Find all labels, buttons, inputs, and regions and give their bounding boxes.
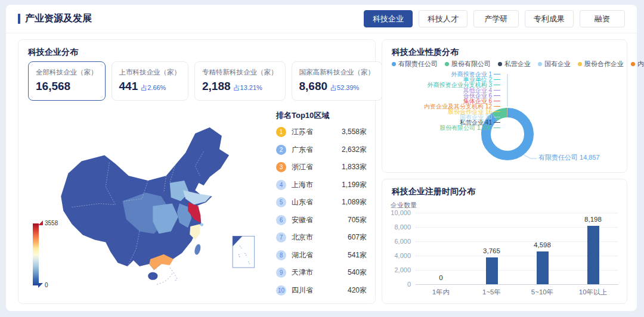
legend-min-value: 0 — [45, 282, 48, 288]
ranking-item[interactable]: 7北京市607家 — [276, 229, 367, 247]
map-gradient-legend — [33, 223, 39, 285]
bar-10年以上[interactable] — [587, 226, 599, 284]
bar-value-label: 8,198 — [575, 216, 611, 223]
stat-pct: 占52.39% — [330, 84, 359, 91]
ranking-item[interactable]: 3浙江省1,833家 — [276, 158, 367, 176]
donut-callout-line — [494, 122, 500, 123]
header-tabs: 科技企业科技人才产学研专利成果融资 — [364, 10, 625, 27]
bar-x-axis-line — [416, 284, 618, 285]
donut-callout-line — [494, 111, 500, 112]
bar-xtick-label: 10年以上 — [568, 288, 618, 297]
page-title-group: 产业资源及发展 — [18, 13, 92, 25]
rank-region-name: 北京市 — [292, 232, 313, 243]
tab-科技企业[interactable]: 科技企业 — [364, 10, 413, 27]
bar-ytick-label: 8,000 — [382, 223, 411, 231]
china-map-wrap — [51, 115, 269, 285]
stat-value: 16,568 — [36, 80, 70, 92]
donut-callout-label: 股份有限公司 1,590 — [439, 124, 492, 132]
ranking-item[interactable]: 10四川省420家 — [276, 282, 367, 300]
stat-value: 2,188 — [202, 80, 231, 92]
ranking-item[interactable]: 6安徽省705家 — [276, 212, 367, 229]
ranking-list: 1江苏省3,558家2广东省2,632家3浙江省1,833家4上海市1,199家… — [276, 123, 367, 299]
stat-label: 上市科技企业（家） — [119, 68, 181, 77]
panel-nature: 科技企业性质分布 有限责任公司股份有限公司私营企业国有企业股份合作企业内 ◀ 1… — [382, 39, 627, 173]
rank-region-value: 540家 — [348, 268, 367, 278]
ranking-item[interactable]: 1江苏省3,558家 — [276, 123, 367, 141]
rank-region-name: 湖北省 — [292, 250, 313, 260]
tab-融资[interactable]: 融资 — [580, 10, 625, 27]
stat-label: 专精特新科技企业（家） — [202, 68, 278, 77]
stat-label: 全部科技企业（家） — [36, 68, 98, 77]
panel-time: 科技企业注册时间分布 企业数量 02,0004,0006,0008,00010,… — [382, 179, 627, 304]
ranking-item[interactable]: 2广东省2,632家 — [276, 141, 367, 159]
rank-badge-icon: 9 — [276, 268, 286, 278]
rank-region-name: 江苏省 — [292, 127, 313, 137]
bar-5~10年[interactable] — [537, 251, 549, 284]
map-region-taiwan[interactable] — [194, 244, 202, 256]
ranking-title: 排名Top10区域 — [276, 110, 367, 121]
stat-card[interactable]: 专精特新科技企业（家）2,188占13.21% — [194, 61, 286, 101]
bar-chart-ylabel: 企业数量 — [391, 201, 417, 210]
tab-产学研[interactable]: 产学研 — [473, 10, 519, 27]
rank-badge-icon: 1 — [276, 127, 286, 137]
ranking-item[interactable]: 8湖北省541家 — [276, 247, 367, 265]
stat-pct: 占2.66% — [141, 84, 166, 91]
time-panel-title: 科技企业注册时间分布 — [392, 187, 475, 197]
ranking-item[interactable]: 5山东省1,089家 — [276, 194, 367, 212]
donut-callouts: 外商投资企业 1事业单位 2外商投资企业分支机构 3其他企业 4合伙企业 6集体… — [382, 72, 500, 130]
bar-ytick-label: 4,000 — [382, 252, 411, 259]
legend-max-value: 3558 — [45, 220, 58, 226]
rank-region-value: 3,558家 — [342, 127, 367, 137]
bar-1~5年[interactable] — [486, 257, 498, 284]
bar-value-label: 0 — [423, 274, 459, 281]
ranking-item[interactable]: 4上海市1,199家 — [276, 176, 367, 194]
donut-callout-line — [494, 101, 500, 101]
rank-region-name: 上海市 — [292, 180, 313, 190]
bar-value-label: 3,765 — [474, 247, 510, 254]
tab-科技人才[interactable]: 科技人才 — [419, 10, 467, 27]
stat-label: 国家高新科技企业（家） — [299, 68, 375, 77]
map-region-shanghai[interactable] — [200, 223, 203, 226]
map-inset-box — [233, 236, 255, 268]
rank-region-value: 2,632家 — [342, 145, 367, 155]
south-sea-islands — [156, 268, 177, 284]
panel-distribution: 科技企业分布 全部科技企业（家）16,568上市科技企业（家）441占2.66%… — [18, 39, 376, 304]
bar-ytick-label: 0 — [382, 281, 411, 288]
legend-min-marker — [38, 283, 43, 288]
rank-badge-icon: 5 — [276, 197, 286, 207]
donut-callout: 股份有限公司 1,590 — [439, 125, 500, 130]
map-region-hainan[interactable] — [148, 272, 157, 280]
stat-card[interactable]: 全部科技企业（家）16,568 — [28, 61, 106, 101]
rank-region-name: 浙江省 — [292, 162, 313, 172]
legend-dot-icon — [631, 62, 635, 66]
donut-callout-line — [494, 90, 500, 91]
rank-region-value: 1,833家 — [342, 162, 367, 172]
donut-callout-line — [494, 117, 500, 117]
rank-region-value: 1,089家 — [342, 197, 367, 207]
rank-region-name: 安徽省 — [292, 215, 313, 225]
china-map[interactable] — [51, 115, 269, 285]
rank-region-value: 705家 — [348, 215, 367, 225]
bar-ytick-label: 10,000 — [382, 209, 411, 216]
bar-xtick-label: 1年内 — [416, 288, 466, 297]
page-title: 产业资源及发展 — [25, 13, 92, 25]
donut-callout-line — [494, 128, 500, 128]
rank-badge-icon: 2 — [276, 145, 286, 155]
donut-callout-line — [494, 74, 500, 74]
stats-row: 全部科技企业（家）16,568上市科技企业（家）441占2.66%专精特新科技企… — [28, 61, 366, 101]
stat-card[interactable]: 上市科技企业（家）441占2.66% — [112, 61, 189, 101]
ranking-item[interactable]: 9天津市540家 — [276, 264, 367, 282]
legend-item[interactable]: 内 — [631, 60, 644, 69]
bar-ytick-label: 2,000 — [382, 266, 411, 274]
tab-专利成果[interactable]: 专利成果 — [525, 10, 574, 27]
rank-region-value: 1,199家 — [342, 180, 367, 190]
distribution-panel-title: 科技企业分布 — [28, 47, 78, 58]
rank-region-value: 541家 — [348, 250, 367, 260]
rank-region-name: 广东省 — [292, 145, 313, 155]
bar-value-label: 4,598 — [525, 241, 561, 248]
bar-gridline — [416, 213, 618, 213]
rank-region-value: 607家 — [348, 232, 367, 243]
stat-pct: 占13.21% — [234, 84, 262, 91]
stat-card[interactable]: 国家高新科技企业（家）8,680占52.39% — [292, 61, 383, 101]
donut-main-callout: 有限责任公司 14,857 — [538, 153, 600, 162]
